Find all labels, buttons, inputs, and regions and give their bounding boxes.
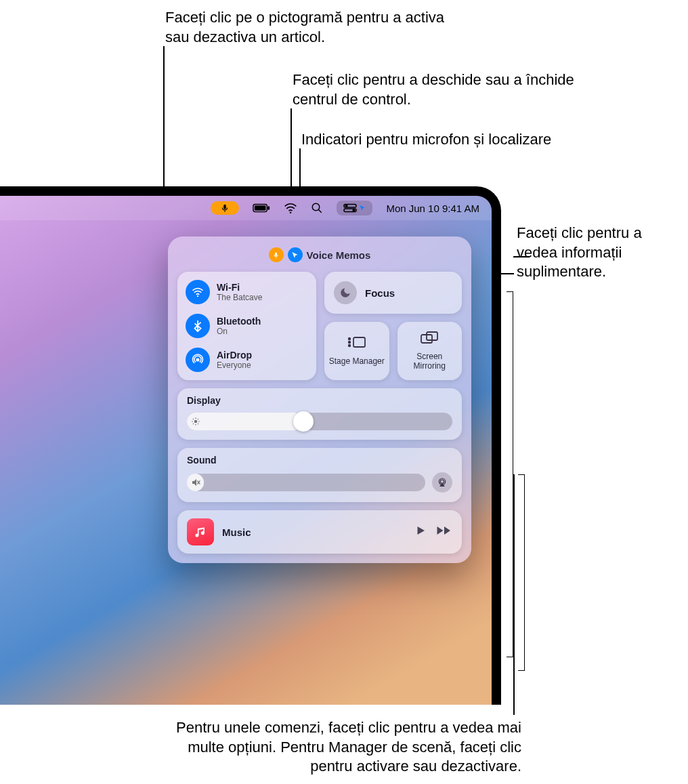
- svg-point-4: [290, 211, 292, 213]
- bluetooth-title: Bluetooth: [217, 316, 261, 327]
- svg-rect-2: [255, 205, 266, 210]
- svg-rect-11: [275, 252, 277, 256]
- display-slider[interactable]: [187, 413, 452, 430]
- menubar-battery-icon[interactable]: [253, 203, 270, 213]
- desktop-screen: Mon Jun 10 9:41 AM Voice Memos: [0, 196, 492, 705]
- sound-title: Sound: [187, 455, 452, 466]
- svg-rect-3: [268, 206, 270, 210]
- leader-line: [513, 474, 515, 715]
- svg-point-16: [348, 342, 350, 344]
- svg-rect-0: [224, 205, 227, 209]
- svg-point-8: [346, 205, 348, 207]
- wifi-icon[interactable]: [186, 280, 210, 304]
- svg-line-28: [198, 419, 198, 419]
- brightness-icon: [191, 417, 200, 426]
- svg-point-15: [348, 338, 350, 340]
- indicator-row[interactable]: Voice Memos: [177, 247, 462, 262]
- forward-button[interactable]: [436, 524, 452, 539]
- wifi-title: Wi-Fi: [217, 282, 262, 293]
- stage-manager-tile[interactable]: Stage Manager: [324, 322, 389, 380]
- callout-more-info: Faceți clic pentru a vedea informații su…: [517, 224, 679, 282]
- bluetooth-sub: On: [217, 327, 261, 336]
- svg-line-6: [319, 209, 322, 213]
- airdrop-title: AirDrop: [217, 350, 252, 360]
- music-tile[interactable]: Music: [177, 510, 462, 554]
- wifi-item[interactable]: Wi-Fi The Batcave: [186, 280, 308, 304]
- svg-rect-14: [353, 337, 365, 347]
- display-tile[interactable]: Display: [177, 388, 462, 440]
- airdrop-item[interactable]: AirDrop Everyone: [186, 348, 308, 372]
- bracket-panel: [507, 291, 513, 657]
- bluetooth-item[interactable]: Bluetooth On: [186, 314, 308, 338]
- sound-slider[interactable]: [187, 474, 425, 491]
- device-frame: Mon Jun 10 9:41 AM Voice Memos: [0, 186, 501, 705]
- menubar-wifi-icon[interactable]: [284, 203, 297, 213]
- bracket-sliders: [518, 474, 525, 671]
- svg-point-17: [348, 345, 350, 347]
- stage-manager-icon: [347, 335, 367, 353]
- svg-line-26: [198, 424, 198, 424]
- focus-tile[interactable]: Focus: [324, 272, 462, 314]
- control-center-panel: Voice Memos Wi-Fi The Batcave: [168, 236, 471, 563]
- svg-line-27: [193, 424, 194, 424]
- screen-mirroring-label: Screen Mirroring: [400, 352, 460, 371]
- menubar: Mon Jun 10 9:41 AM: [0, 196, 492, 220]
- screen-mirroring-icon: [420, 331, 439, 348]
- wifi-sub: The Batcave: [217, 293, 262, 302]
- menubar-spotlight-icon[interactable]: [311, 202, 323, 214]
- location-indicator-icon: [288, 247, 303, 262]
- svg-point-5: [313, 203, 320, 211]
- bluetooth-icon[interactable]: [186, 314, 210, 338]
- callout-toggle-icon: Faceți clic pe o pictogramă pentru a act…: [165, 8, 450, 47]
- svg-point-13: [196, 358, 200, 362]
- mic-indicator-icon: [269, 247, 284, 262]
- svg-point-20: [194, 420, 198, 424]
- callout-more-options: Pentru unele comenzi, faceți clic pentru…: [156, 718, 521, 777]
- leader-line: [513, 256, 530, 257]
- svg-line-25: [193, 419, 194, 419]
- menubar-control-center-button[interactable]: [337, 201, 372, 215]
- airplay-button[interactable]: [432, 472, 452, 493]
- music-label: Music: [222, 527, 406, 538]
- airdrop-icon[interactable]: [186, 348, 210, 372]
- svg-point-32: [440, 480, 444, 483]
- callout-indicators: Indicatori pentru microfon și localizare: [301, 130, 653, 150]
- leader-line: [291, 108, 292, 199]
- music-app-icon: [187, 518, 214, 545]
- focus-label: Focus: [365, 287, 395, 299]
- menubar-datetime[interactable]: Mon Jun 10 9:41 AM: [386, 203, 479, 214]
- focus-icon: [334, 281, 357, 304]
- callout-open-cc: Faceți clic pentru a deschide sau a înch…: [293, 70, 577, 109]
- indicator-app-label: Voice Memos: [307, 249, 371, 261]
- sound-tile[interactable]: Sound: [177, 448, 462, 502]
- stage-manager-label: Stage Manager: [329, 357, 385, 367]
- screen-mirroring-tile[interactable]: Screen Mirroring: [397, 322, 463, 380]
- volume-mute-icon: [191, 478, 202, 487]
- network-tile[interactable]: Wi-Fi The Batcave Bluetooth On: [177, 272, 316, 380]
- svg-point-12: [197, 295, 198, 297]
- display-title: Display: [187, 395, 452, 406]
- menubar-mic-indicator[interactable]: [211, 201, 239, 215]
- play-button[interactable]: [414, 524, 427, 539]
- airdrop-sub: Everyone: [217, 360, 252, 370]
- svg-point-10: [353, 209, 355, 211]
